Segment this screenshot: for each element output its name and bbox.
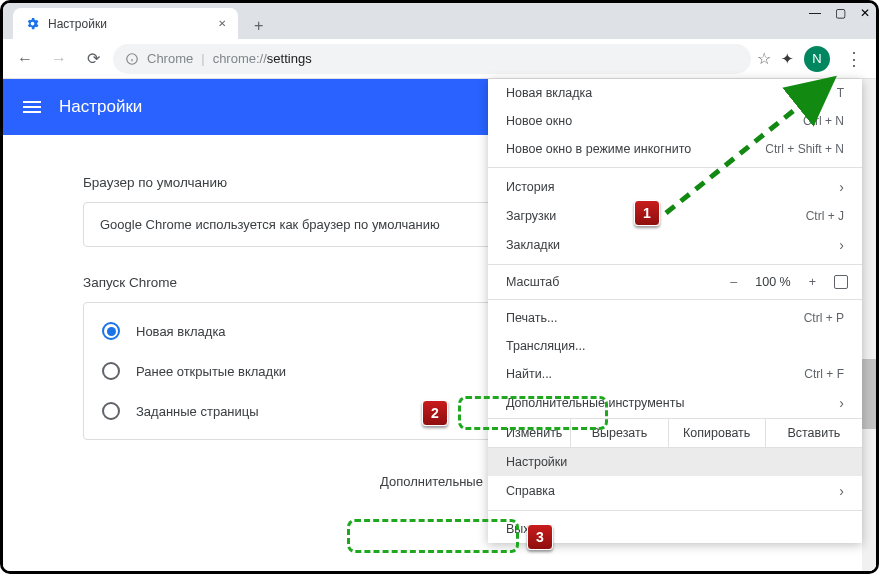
tab-strip: Настройки ✕ + — ▢ ✕ (3, 3, 876, 39)
reload-button[interactable]: ⟳ (79, 45, 107, 73)
browser-toolbar: ← → ⟳ Chrome | chrome://settings ☆ ✦ N ⋮ (3, 39, 876, 79)
chevron-right-icon: › (839, 179, 844, 195)
window-controls: — ▢ ✕ (809, 6, 870, 20)
annotation-callout-3: 3 (527, 524, 553, 550)
menu-settings[interactable]: Настройки (488, 448, 862, 476)
menu-edit-paste[interactable]: Вставить (765, 419, 862, 447)
zoom-out-button[interactable]: – (724, 275, 743, 289)
radio-icon (102, 322, 120, 340)
radio-icon (102, 362, 120, 380)
menu-zoom: Масштаб – 100 % + (488, 269, 862, 295)
maximize-button[interactable]: ▢ (835, 6, 846, 20)
close-tab-icon[interactable]: ✕ (218, 18, 226, 29)
new-tab-button[interactable]: + (246, 13, 271, 39)
tab-title: Настройки (48, 17, 210, 31)
site-info-icon (125, 52, 139, 66)
menu-edit-copy[interactable]: Копировать (668, 419, 765, 447)
profile-avatar[interactable]: N (804, 46, 830, 72)
chevron-right-icon: › (839, 395, 844, 411)
extensions-icon[interactable]: ✦ (781, 50, 794, 68)
bookmark-star-icon[interactable]: ☆ (757, 49, 771, 68)
menu-downloads[interactable]: ЗагрузкиCtrl + J (488, 202, 862, 230)
annotation-callout-1: 1 (634, 200, 660, 226)
minimize-button[interactable]: — (809, 6, 821, 20)
chrome-main-menu: Новая вкладкаT Новое окноCtrl + N Новое … (488, 79, 862, 543)
omnibox-path: settings (267, 51, 312, 66)
annotation-callout-2: 2 (422, 400, 448, 426)
startup-option-label: Заданные страницы (136, 404, 259, 419)
chrome-menu-button[interactable]: ⋮ (840, 45, 868, 73)
fullscreen-icon[interactable] (834, 275, 848, 289)
menu-cast[interactable]: Трансляция... (488, 332, 862, 360)
radio-icon (102, 402, 120, 420)
omnibox-scheme: chrome:// (213, 51, 267, 66)
zoom-in-button[interactable]: + (803, 275, 822, 289)
back-button[interactable]: ← (11, 45, 39, 73)
chevron-right-icon: › (839, 483, 844, 499)
scrollbar[interactable] (862, 79, 876, 571)
menu-new-tab[interactable]: Новая вкладкаT (488, 79, 862, 107)
menu-icon[interactable] (23, 101, 41, 113)
chevron-right-icon: › (839, 237, 844, 253)
menu-bookmarks[interactable]: Закладки› (488, 230, 862, 260)
close-window-button[interactable]: ✕ (860, 6, 870, 20)
zoom-value: 100 % (755, 275, 790, 289)
menu-find[interactable]: Найти...Ctrl + F (488, 360, 862, 388)
browser-tab[interactable]: Настройки ✕ (13, 8, 238, 39)
startup-option-label: Новая вкладка (136, 324, 226, 339)
menu-new-window[interactable]: Новое окноCtrl + N (488, 107, 862, 135)
menu-history[interactable]: История› (488, 172, 862, 202)
menu-incognito[interactable]: Новое окно в режиме инкогнитоCtrl + Shif… (488, 135, 862, 163)
advanced-label: Дополнительные (380, 474, 483, 489)
annotation-highlight-advanced (347, 519, 519, 553)
default-browser-text: Google Chrome используется как браузер п… (100, 217, 440, 232)
gear-icon (25, 16, 40, 31)
annotation-highlight-settings (458, 396, 608, 430)
menu-help[interactable]: Справка› (488, 476, 862, 506)
scrollbar-thumb[interactable] (862, 359, 876, 429)
menu-print[interactable]: Печать...Ctrl + P (488, 304, 862, 332)
omnibox-host: Chrome (147, 51, 193, 66)
forward-button: → (45, 45, 73, 73)
startup-option-label: Ранее открытые вкладки (136, 364, 286, 379)
address-bar[interactable]: Chrome | chrome://settings (113, 44, 751, 74)
page-title: Настройки (59, 97, 142, 117)
